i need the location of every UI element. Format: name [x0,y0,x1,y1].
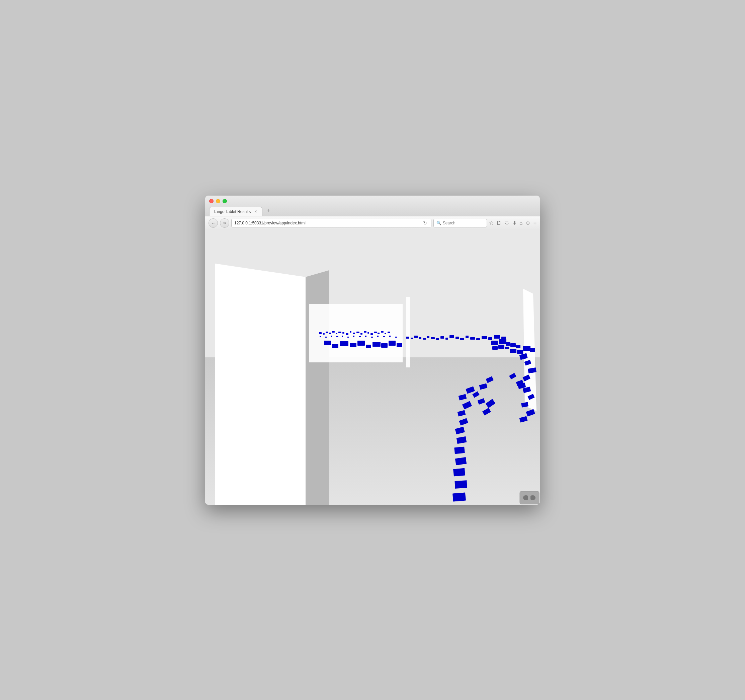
svg-rect-48 [377,336,378,337]
reader-icon[interactable]: 🗒 [496,220,502,226]
svg-rect-60 [440,336,444,339]
svg-marker-1 [205,357,540,505]
svg-rect-19 [361,333,362,334]
svg-rect-34 [372,342,380,347]
svg-rect-50 [389,336,390,337]
svg-rect-108 [456,436,467,444]
svg-rect-12 [336,333,337,334]
svg-rect-8 [323,333,325,334]
svg-rect-17 [353,333,355,334]
download-icon[interactable]: ⬇ [512,220,517,226]
back-icon: ← [211,220,215,226]
svg-rect-88 [518,382,526,389]
search-bar[interactable]: 🔍 [434,219,487,228]
svg-rect-57 [427,336,429,338]
svg-rect-103 [459,394,467,400]
svg-rect-73 [499,339,506,344]
svg-rect-110 [455,457,467,465]
svg-rect-113 [452,492,466,501]
svg-rect-115 [523,495,529,500]
svg-rect-81 [517,350,523,354]
svg-rect-102 [465,386,475,394]
svg-rect-86 [528,367,537,373]
svg-rect-42 [342,336,343,337]
svg-rect-28 [324,340,331,345]
menu-icon[interactable]: ≡ [534,220,537,226]
svg-rect-7 [319,332,322,334]
svg-rect-80 [510,349,516,353]
close-button[interactable] [209,199,214,203]
svg-rect-39 [325,337,327,337]
svg-rect-20 [364,331,367,333]
svg-rect-25 [381,331,383,333]
smiley-icon[interactable]: ☺ [525,220,531,226]
svg-rect-38 [320,336,321,337]
svg-rect-43 [347,337,349,337]
tabs-row: Tango Tablet Results ✕ + [209,206,536,216]
minimize-button[interactable] [216,199,220,203]
svg-rect-9 [326,331,328,333]
svg-rect-26 [384,333,386,334]
svg-rect-37 [396,343,402,347]
svg-rect-51 [395,337,397,337]
svg-rect-71 [501,337,506,340]
url-input[interactable] [234,221,422,225]
svg-marker-6 [523,289,537,411]
svg-rect-105 [458,410,466,416]
maximize-button[interactable] [223,199,227,203]
history-button[interactable]: ⊕ [220,218,229,228]
svg-rect-112 [455,480,467,489]
tab-close-icon[interactable]: ✕ [253,209,258,214]
svg-rect-89 [509,373,516,379]
svg-rect-109 [454,447,465,454]
svg-rect-16 [350,331,352,333]
svg-rect-0 [205,230,540,505]
new-tab-button[interactable]: + [263,206,274,216]
svg-rect-63 [455,337,459,339]
address-bar[interactable]: ↻ [231,219,431,228]
svg-rect-31 [350,343,356,347]
svg-rect-22 [371,333,373,335]
reload-icon[interactable]: ↻ [422,220,428,226]
history-icon: ⊕ [223,221,226,225]
svg-rect-33 [366,345,371,348]
svg-rect-65 [465,336,468,338]
back-button[interactable]: ← [208,218,218,228]
svg-rect-106 [459,418,468,425]
svg-rect-62 [449,335,454,338]
svg-rect-14 [343,332,344,334]
scene-svg [205,230,540,505]
svg-rect-21 [368,332,369,334]
search-icon: 🔍 [437,221,441,225]
svg-rect-13 [338,331,341,333]
toolbar: ← ⊕ ↻ 🔍 ☆ 🗒 🛡 ⬇ ⌂ ☺ ≡ [205,216,540,230]
tab-active[interactable]: Tango Tablet Results ✕ [209,207,262,216]
svg-rect-69 [488,337,492,340]
svg-rect-77 [505,347,509,349]
svg-rect-67 [476,338,480,340]
svg-rect-53 [411,337,413,339]
home-icon[interactable]: ⌂ [519,220,523,226]
svg-rect-116 [530,495,536,500]
svg-rect-35 [381,343,387,348]
svg-rect-84 [519,353,528,360]
svg-rect-11 [332,331,335,333]
svg-rect-64 [460,338,464,340]
svg-rect-49 [383,336,385,337]
svg-rect-41 [337,336,338,337]
search-input[interactable] [443,221,484,225]
svg-rect-56 [423,338,426,340]
svg-rect-75 [498,345,504,349]
svg-rect-54 [414,336,418,338]
svg-rect-92 [527,394,534,400]
svg-rect-68 [482,336,487,339]
bookmark-icon[interactable]: ☆ [489,220,494,226]
svg-rect-32 [358,340,365,346]
svg-rect-46 [365,336,367,337]
svg-rect-45 [359,336,361,337]
svg-rect-98 [472,391,480,397]
shield-icon[interactable]: 🛡 [504,220,510,226]
svg-rect-52 [406,337,409,339]
svg-rect-10 [329,333,331,334]
svg-rect-78 [510,343,516,347]
